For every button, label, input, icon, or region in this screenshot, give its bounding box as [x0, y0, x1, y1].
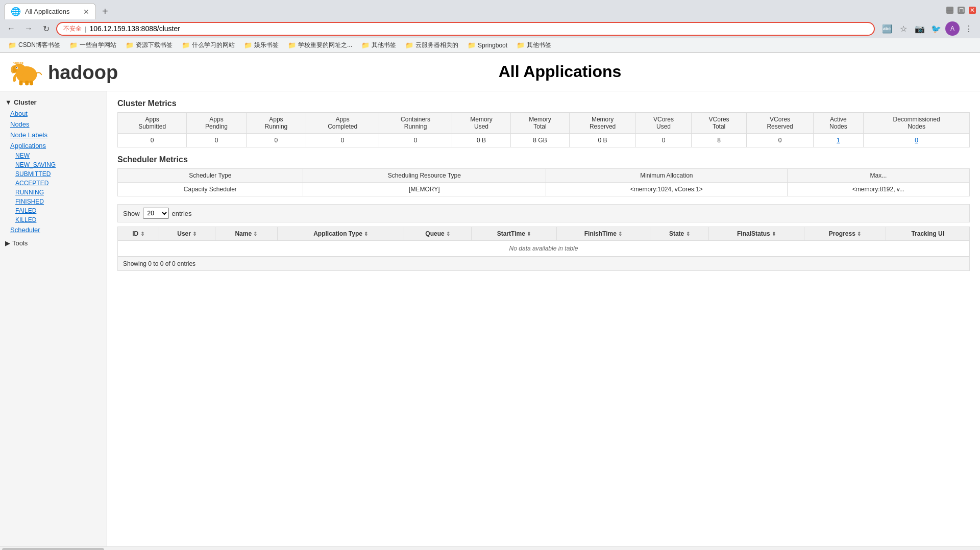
col-application-type[interactable]: Application Type ⇕ — [278, 227, 404, 241]
bookmark-school[interactable]: 📁 学校重要的网址之... — [284, 39, 356, 51]
val-apps-running: 0 — [246, 134, 306, 147]
screenshot-button[interactable]: 📷 — [913, 21, 927, 36]
svg-point-2 — [11, 65, 17, 73]
sort-arrows-start-time: ⇕ — [527, 231, 531, 237]
sidebar-item-killed[interactable]: KILLED — [0, 215, 107, 224]
security-label: 不安全 — [63, 24, 82, 33]
bookmark-label: CSDN博客书签 — [18, 41, 60, 49]
menu-button[interactable]: ⋮ — [962, 21, 976, 36]
val-maximum-allocation: <memory:8192, v... — [787, 183, 969, 196]
sidebar-item-new[interactable]: NEW — [0, 151, 107, 160]
profile-avatar[interactable]: A — [945, 21, 960, 36]
tab-close-button[interactable]: ✕ — [83, 8, 89, 16]
col-memory-total: MemoryTotal — [511, 113, 570, 134]
bookmark-other2[interactable]: 📁 其他书签 — [512, 39, 555, 51]
entries-select[interactable]: 10 20 50 100 — [143, 208, 169, 219]
folder-icon: 📁 — [69, 41, 78, 49]
bookmark-learning[interactable]: 📁 什么学习的网站 — [178, 39, 239, 51]
maximize-button[interactable]: ❐ — [958, 7, 965, 14]
no-data-message: No data available in table — [118, 241, 970, 257]
sidebar-cluster-header[interactable]: ▼ Cluster — [0, 96, 107, 108]
sidebar-item-new-saving[interactable]: NEW_SAVING — [0, 160, 107, 169]
col-user[interactable]: User ⇕ — [159, 227, 215, 241]
scrollbar-thumb[interactable] — [2, 548, 104, 551]
sidebar-item-accepted[interactable]: ACCEPTED — [0, 179, 107, 188]
show-entries-row: Show 10 20 50 100 entries — [117, 204, 970, 222]
horizontal-scrollbar[interactable] — [0, 546, 980, 550]
bookmark-springboot[interactable]: 📁 Springboot — [463, 40, 511, 51]
scheduler-metrics-section: Scheduler Metrics Scheduler Type Schedul… — [117, 155, 970, 196]
address-bar[interactable]: 不安全 | — [56, 22, 875, 36]
sidebar-tools-header[interactable]: ▶ Tools — [0, 237, 107, 249]
col-scheduler-type: Scheduler Type — [118, 169, 303, 183]
svg-rect-7 — [30, 81, 33, 85]
bookmark-entertainment[interactable]: 📁 娱乐书签 — [240, 39, 283, 51]
tab-title: All Applications — [25, 8, 69, 15]
bookmark-label: 云服务器相关的 — [415, 41, 458, 49]
bookmark-download[interactable]: 📁 资源下载书签 — [121, 39, 177, 51]
col-queue[interactable]: Queue ⇕ — [404, 227, 471, 241]
minimize-button[interactable]: — — [946, 7, 953, 14]
col-vcores-reserved: VCoresReserved — [747, 113, 813, 134]
folder-icon: 📁 — [182, 41, 190, 49]
col-memory-reserved: MemoryReserved — [569, 113, 635, 134]
sidebar-item-applications[interactable]: Applications — [0, 140, 107, 151]
svg-text:hadoop: hadoop — [13, 61, 23, 64]
sidebar-item-node-labels[interactable]: Node Labels — [0, 130, 107, 140]
applications-table: ID ⇕ User ⇕ Name ⇕ Application Type ⇕ Qu… — [117, 227, 970, 257]
sidebar-item-submitted[interactable]: SUBMITTED — [0, 169, 107, 179]
sidebar-item-running[interactable]: RUNNING — [0, 188, 107, 197]
col-containers-running: ContainersRunning — [379, 113, 452, 134]
tab-icon: 🌐 — [11, 7, 21, 16]
address-input[interactable] — [89, 24, 868, 33]
content-area: Cluster Metrics AppsSubmitted AppsPendin… — [107, 91, 980, 546]
sort-arrows-user: ⇕ — [192, 231, 197, 237]
col-finish-time[interactable]: FinishTime ⇕ — [556, 227, 650, 241]
sidebar-item-about[interactable]: About — [0, 108, 107, 119]
val-containers-running: 0 — [379, 134, 452, 147]
extension-button[interactable]: 🐦 — [929, 21, 943, 36]
translate-button[interactable]: 🔤 — [880, 21, 894, 36]
val-active-nodes[interactable]: 1 — [813, 134, 863, 147]
bookmark-other1[interactable]: 📁 其他书签 — [357, 39, 400, 51]
col-name[interactable]: Name ⇕ — [215, 227, 277, 241]
sidebar-item-scheduler[interactable]: Scheduler — [0, 224, 107, 235]
val-decommissioned-nodes[interactable]: 0 — [864, 134, 970, 147]
showing-entries: Showing 0 to 0 of 0 entries — [117, 257, 970, 271]
sort-arrows-queue: ⇕ — [446, 231, 450, 237]
col-final-status[interactable]: FinalStatus ⇕ — [709, 227, 804, 241]
tools-expand-icon: ▶ — [5, 239, 10, 247]
close-button[interactable]: ✕ — [969, 7, 976, 14]
val-memory-total: 8 GB — [511, 134, 570, 147]
col-id[interactable]: ID ⇕ — [118, 227, 159, 241]
sidebar-item-finished[interactable]: FINISHED — [0, 197, 107, 206]
sidebar-item-nodes[interactable]: Nodes — [0, 119, 107, 130]
col-vcores-total: VCoresTotal — [691, 113, 747, 134]
col-progress[interactable]: Progress ⇕ — [804, 227, 886, 241]
bookmark-button[interactable]: ☆ — [896, 21, 911, 36]
folder-icon: 📁 — [288, 41, 296, 49]
bookmark-self-learn[interactable]: 📁 一些自学网站 — [65, 39, 120, 51]
new-tab-button[interactable]: + — [98, 6, 112, 17]
col-apps-pending: AppsPending — [187, 113, 246, 134]
sort-arrows-app-type: ⇕ — [364, 231, 368, 237]
sort-arrows-finish-time: ⇕ — [618, 231, 622, 237]
browser-chrome: 🌐 All Applications ✕ + — ❐ ✕ ← → ↻ 不安全 |… — [0, 0, 980, 53]
back-button[interactable]: ← — [4, 21, 18, 36]
tab-bar: 🌐 All Applications ✕ + — ❐ ✕ — [0, 0, 980, 19]
col-start-time[interactable]: StartTime ⇕ — [471, 227, 556, 241]
col-tracking-ui[interactable]: Tracking UI — [886, 227, 970, 241]
bookmark-label: 其他书签 — [527, 41, 551, 49]
bookmark-csdn[interactable]: 📁 CSDN博客书签 — [4, 39, 64, 51]
col-apps-submitted: AppsSubmitted — [118, 113, 187, 134]
forward-button[interactable]: → — [21, 21, 36, 36]
scheduler-metrics-title: Scheduler Metrics — [117, 155, 970, 164]
val-minimum-allocation: <memory:1024, vCores:1> — [546, 183, 787, 196]
col-state[interactable]: State ⇕ — [650, 227, 709, 241]
active-tab[interactable]: 🌐 All Applications ✕ — [4, 3, 96, 19]
bookmark-cloud[interactable]: 📁 云服务器相关的 — [401, 39, 462, 51]
page-title: All Applications — [150, 62, 970, 81]
sort-arrows-name: ⇕ — [253, 231, 257, 237]
refresh-button[interactable]: ↻ — [39, 21, 53, 36]
sidebar-item-failed[interactable]: FAILED — [0, 206, 107, 215]
